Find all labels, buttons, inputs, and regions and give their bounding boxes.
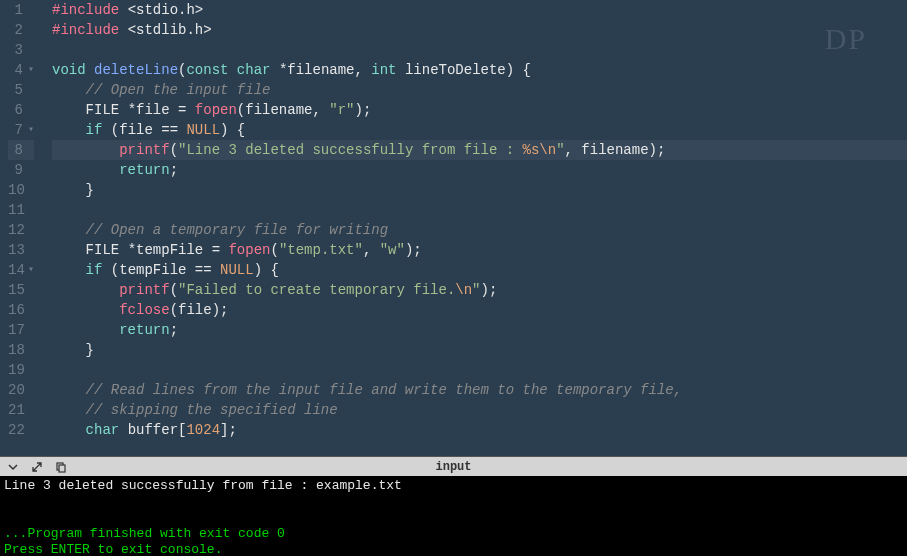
code-line: char buffer[1024]; xyxy=(52,420,907,440)
console-line: Press ENTER to exit console. xyxy=(4,542,222,556)
gutter: 1 2 3 4▾ 5 6 7▾ 8 9 10 11 12 13 14▾ 15 1… xyxy=(0,0,44,456)
code-line: // skipping the specified line xyxy=(52,400,907,420)
code-line: printf("Failed to create temporary file.… xyxy=(52,280,907,300)
code-line: if (tempFile == NULL) { xyxy=(52,260,907,280)
line-number: 5 xyxy=(8,80,34,100)
line-number: 20 xyxy=(8,380,34,400)
code-line: if (file == NULL) { xyxy=(52,120,907,140)
watermark: DP xyxy=(825,22,867,56)
line-number: 13 xyxy=(8,240,34,260)
code-line: #include <stdlib.h> xyxy=(52,20,907,40)
code-line: printf("Line 3 deleted successfully from… xyxy=(52,140,907,160)
line-number: 16 xyxy=(8,300,34,320)
line-number: 18 xyxy=(8,340,34,360)
fold-icon[interactable]: ▾ xyxy=(26,60,34,80)
console-line: ...Program finished with exit code 0 xyxy=(4,526,285,541)
fold-icon[interactable]: ▾ xyxy=(26,120,34,140)
code-line: // Open the input file xyxy=(52,80,907,100)
code-line xyxy=(52,200,907,220)
svg-rect-1 xyxy=(59,465,65,472)
code-line: // Open a temporary file for writing xyxy=(52,220,907,240)
chevron-down-icon[interactable] xyxy=(6,460,20,474)
line-number: 11 xyxy=(8,200,34,220)
code-line: FILE *file = fopen(filename, "r"); xyxy=(52,100,907,120)
line-number: 3 xyxy=(8,40,34,60)
line-number: 7▾ xyxy=(8,120,34,140)
line-number: 4▾ xyxy=(8,60,34,80)
code-line: // Read lines from the input file and wr… xyxy=(52,380,907,400)
line-number: 9 xyxy=(8,160,34,180)
line-number: 17 xyxy=(8,320,34,340)
code-line: } xyxy=(52,340,907,360)
code-area[interactable]: DP #include <stdio.h> #include <stdlib.h… xyxy=(44,0,907,456)
fold-icon[interactable]: ▾ xyxy=(28,260,34,280)
code-line xyxy=(52,360,907,380)
line-number: 1 xyxy=(8,0,34,20)
line-number: 19 xyxy=(8,360,34,380)
console-output[interactable]: Line 3 deleted successfully from file : … xyxy=(0,476,907,556)
line-number: 14▾ xyxy=(8,260,34,280)
line-number: 15 xyxy=(8,280,34,300)
code-line xyxy=(52,40,907,60)
console-title: input xyxy=(435,460,471,474)
line-number: 12 xyxy=(8,220,34,240)
line-number: 2 xyxy=(8,20,34,40)
code-line: return; xyxy=(52,160,907,180)
code-line: FILE *tempFile = fopen("temp.txt", "w"); xyxy=(52,240,907,260)
console-line: Line 3 deleted successfully from file : … xyxy=(4,478,402,493)
code-line: fclose(file); xyxy=(52,300,907,320)
line-number: 22 xyxy=(8,420,34,440)
code-line: void deleteLine(const char *filename, in… xyxy=(52,60,907,80)
line-number: 10 xyxy=(8,180,34,200)
console-toolbar: input xyxy=(0,456,907,476)
code-line: return; xyxy=(52,320,907,340)
editor-area: 1 2 3 4▾ 5 6 7▾ 8 9 10 11 12 13 14▾ 15 1… xyxy=(0,0,907,456)
expand-icon[interactable] xyxy=(30,460,44,474)
code-line: } xyxy=(52,180,907,200)
code-line: #include <stdio.h> xyxy=(52,0,907,20)
copy-icon[interactable] xyxy=(54,460,68,474)
line-number: 6 xyxy=(8,100,34,120)
line-number: 21 xyxy=(8,400,34,420)
line-number: 8 xyxy=(8,140,34,160)
